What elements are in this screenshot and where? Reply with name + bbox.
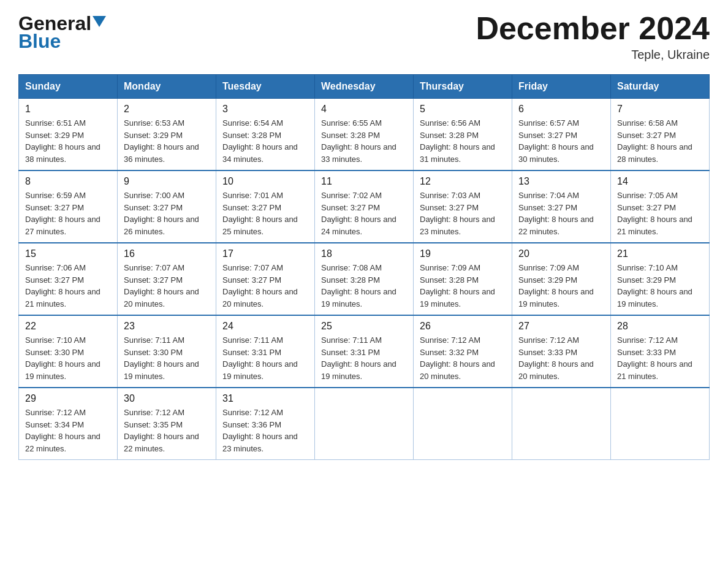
day-info: Sunrise: 7:10 AM Sunset: 3:30 PM Dayligh…: [25, 334, 111, 382]
day-number: 31: [222, 393, 308, 404]
day-number: 7: [617, 104, 703, 115]
table-row: [611, 388, 710, 460]
day-number: 1: [25, 104, 111, 115]
day-info: Sunrise: 6:51 AM Sunset: 3:29 PM Dayligh…: [25, 117, 111, 165]
day-info: Sunrise: 6:59 AM Sunset: 3:27 PM Dayligh…: [25, 190, 111, 237]
table-row: 12 Sunrise: 7:03 AM Sunset: 3:27 PM Dayl…: [414, 170, 512, 243]
day-number: 18: [321, 248, 407, 259]
day-number: 3: [222, 104, 308, 115]
day-info: Sunrise: 7:02 AM Sunset: 3:27 PM Dayligh…: [321, 190, 407, 237]
logo-blue: Blue: [18, 30, 61, 53]
day-info: Sunrise: 7:11 AM Sunset: 3:30 PM Dayligh…: [124, 334, 210, 382]
header-monday: Monday: [118, 75, 216, 99]
header-thursday: Thursday: [414, 75, 512, 99]
table-row: 8 Sunrise: 6:59 AM Sunset: 3:27 PM Dayli…: [19, 170, 118, 243]
svg-marker-0: [93, 16, 106, 27]
calendar-week-row: 1 Sunrise: 6:51 AM Sunset: 3:29 PM Dayli…: [19, 99, 710, 171]
table-row: 17 Sunrise: 7:07 AM Sunset: 3:27 PM Dayl…: [216, 243, 315, 315]
calendar-week-row: 22 Sunrise: 7:10 AM Sunset: 3:30 PM Dayl…: [19, 315, 710, 388]
day-info: Sunrise: 6:54 AM Sunset: 3:28 PM Dayligh…: [222, 117, 308, 165]
day-info: Sunrise: 7:04 AM Sunset: 3:27 PM Dayligh…: [518, 190, 604, 237]
location: Teple, Ukraine: [476, 48, 710, 62]
table-row: 11 Sunrise: 7:02 AM Sunset: 3:27 PM Dayl…: [315, 170, 414, 243]
day-info: Sunrise: 7:12 AM Sunset: 3:32 PM Dayligh…: [420, 334, 506, 382]
day-info: Sunrise: 7:10 AM Sunset: 3:29 PM Dayligh…: [617, 262, 703, 310]
day-number: 12: [420, 176, 506, 187]
day-number: 11: [321, 176, 407, 187]
table-row: 25 Sunrise: 7:11 AM Sunset: 3:31 PM Dayl…: [315, 315, 414, 388]
table-row: 4 Sunrise: 6:55 AM Sunset: 3:28 PM Dayli…: [315, 99, 414, 171]
day-number: 26: [420, 321, 506, 332]
table-row: [315, 388, 414, 460]
table-row: 14 Sunrise: 7:05 AM Sunset: 3:27 PM Dayl…: [611, 170, 710, 243]
table-row: 2 Sunrise: 6:53 AM Sunset: 3:29 PM Dayli…: [118, 99, 216, 171]
calendar-header-row: Sunday Monday Tuesday Wednesday Thursday…: [19, 75, 710, 99]
day-info: Sunrise: 6:56 AM Sunset: 3:28 PM Dayligh…: [420, 117, 506, 165]
day-number: 6: [518, 104, 604, 115]
table-row: 6 Sunrise: 6:57 AM Sunset: 3:27 PM Dayli…: [512, 99, 611, 171]
table-row: 24 Sunrise: 7:11 AM Sunset: 3:31 PM Dayl…: [216, 315, 315, 388]
logo: General Blue: [18, 12, 106, 53]
day-info: Sunrise: 7:05 AM Sunset: 3:27 PM Dayligh…: [617, 190, 703, 237]
day-info: Sunrise: 7:03 AM Sunset: 3:27 PM Dayligh…: [420, 190, 506, 237]
page-header: General Blue December 2024 Teple, Ukrain…: [18, 12, 710, 62]
day-info: Sunrise: 7:08 AM Sunset: 3:28 PM Dayligh…: [321, 262, 407, 310]
table-row: 16 Sunrise: 7:07 AM Sunset: 3:27 PM Dayl…: [118, 243, 216, 315]
table-row: 27 Sunrise: 7:12 AM Sunset: 3:33 PM Dayl…: [512, 315, 611, 388]
day-info: Sunrise: 7:06 AM Sunset: 3:27 PM Dayligh…: [25, 262, 111, 310]
day-number: 25: [321, 321, 407, 332]
day-number: 2: [124, 104, 210, 115]
table-row: 29 Sunrise: 7:12 AM Sunset: 3:34 PM Dayl…: [19, 388, 118, 460]
day-number: 14: [617, 176, 703, 187]
day-info: Sunrise: 7:00 AM Sunset: 3:27 PM Dayligh…: [124, 190, 210, 237]
day-number: 5: [420, 104, 506, 115]
day-info: Sunrise: 7:09 AM Sunset: 3:28 PM Dayligh…: [420, 262, 506, 310]
table-row: 22 Sunrise: 7:10 AM Sunset: 3:30 PM Dayl…: [19, 315, 118, 388]
table-row: 23 Sunrise: 7:11 AM Sunset: 3:30 PM Dayl…: [118, 315, 216, 388]
title-area: December 2024 Teple, Ukraine: [476, 12, 710, 62]
day-info: Sunrise: 6:55 AM Sunset: 3:28 PM Dayligh…: [321, 117, 407, 165]
header-saturday: Saturday: [611, 75, 710, 99]
header-sunday: Sunday: [19, 75, 118, 99]
table-row: 3 Sunrise: 6:54 AM Sunset: 3:28 PM Dayli…: [216, 99, 315, 171]
day-number: 19: [420, 248, 506, 259]
day-info: Sunrise: 7:12 AM Sunset: 3:35 PM Dayligh…: [124, 407, 210, 454]
table-row: 30 Sunrise: 7:12 AM Sunset: 3:35 PM Dayl…: [118, 388, 216, 460]
calendar-week-row: 29 Sunrise: 7:12 AM Sunset: 3:34 PM Dayl…: [19, 388, 710, 460]
table-row: 28 Sunrise: 7:12 AM Sunset: 3:33 PM Dayl…: [611, 315, 710, 388]
day-number: 16: [124, 248, 210, 259]
day-number: 10: [222, 176, 308, 187]
table-row: [512, 388, 611, 460]
logo-triangle-icon: [93, 16, 106, 29]
day-info: Sunrise: 7:12 AM Sunset: 3:34 PM Dayligh…: [25, 407, 111, 454]
day-number: 30: [124, 393, 210, 404]
table-row: 13 Sunrise: 7:04 AM Sunset: 3:27 PM Dayl…: [512, 170, 611, 243]
day-number: 17: [222, 248, 308, 259]
table-row: 19 Sunrise: 7:09 AM Sunset: 3:28 PM Dayl…: [414, 243, 512, 315]
day-number: 21: [617, 248, 703, 259]
month-title: December 2024: [476, 12, 710, 44]
day-number: 24: [222, 321, 308, 332]
table-row: 9 Sunrise: 7:00 AM Sunset: 3:27 PM Dayli…: [118, 170, 216, 243]
table-row: 18 Sunrise: 7:08 AM Sunset: 3:28 PM Dayl…: [315, 243, 414, 315]
header-friday: Friday: [512, 75, 611, 99]
day-number: 29: [25, 393, 111, 404]
day-info: Sunrise: 7:07 AM Sunset: 3:27 PM Dayligh…: [222, 262, 308, 310]
calendar-week-row: 8 Sunrise: 6:59 AM Sunset: 3:27 PM Dayli…: [19, 170, 710, 243]
calendar-week-row: 15 Sunrise: 7:06 AM Sunset: 3:27 PM Dayl…: [19, 243, 710, 315]
header-wednesday: Wednesday: [315, 75, 414, 99]
day-info: Sunrise: 6:53 AM Sunset: 3:29 PM Dayligh…: [124, 117, 210, 165]
day-number: 22: [25, 321, 111, 332]
table-row: 5 Sunrise: 6:56 AM Sunset: 3:28 PM Dayli…: [414, 99, 512, 171]
day-info: Sunrise: 7:11 AM Sunset: 3:31 PM Dayligh…: [321, 334, 407, 382]
table-row: 1 Sunrise: 6:51 AM Sunset: 3:29 PM Dayli…: [19, 99, 118, 171]
day-number: 13: [518, 176, 604, 187]
table-row: 7 Sunrise: 6:58 AM Sunset: 3:27 PM Dayli…: [611, 99, 710, 171]
table-row: 20 Sunrise: 7:09 AM Sunset: 3:29 PM Dayl…: [512, 243, 611, 315]
day-number: 28: [617, 321, 703, 332]
table-row: [414, 388, 512, 460]
calendar-table: Sunday Monday Tuesday Wednesday Thursday…: [18, 74, 710, 460]
day-number: 23: [124, 321, 210, 332]
day-info: Sunrise: 7:12 AM Sunset: 3:33 PM Dayligh…: [518, 334, 604, 382]
day-number: 15: [25, 248, 111, 259]
